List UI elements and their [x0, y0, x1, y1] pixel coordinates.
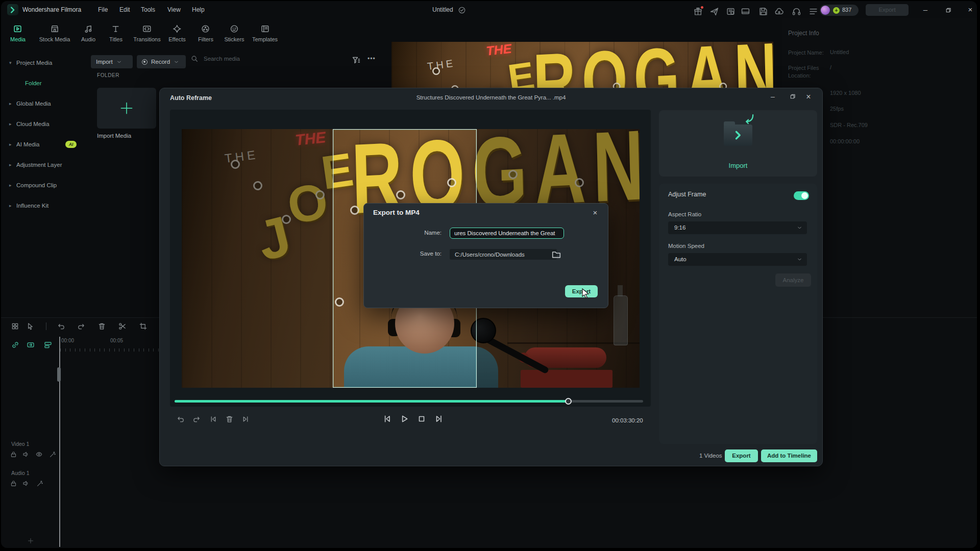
- import-media-tile[interactable]: [97, 88, 156, 129]
- tab-stickers[interactable]: Stickers: [224, 24, 244, 42]
- undo-icon[interactable]: [177, 415, 184, 423]
- preview-progress-handle[interactable]: [565, 398, 572, 405]
- account-pill[interactable]: + 837: [820, 5, 859, 16]
- cloud-upload-icon[interactable]: [775, 7, 783, 16]
- motion-speed-select[interactable]: Auto: [668, 253, 807, 266]
- sidebar-item-global-media[interactable]: ▸ Global Media: [1, 96, 84, 111]
- delete-icon[interactable]: [98, 322, 106, 330]
- close-button[interactable]: ×: [964, 5, 977, 15]
- save-path-input[interactable]: [450, 249, 557, 260]
- menu-help[interactable]: Help: [192, 6, 205, 13]
- adjust-frame-label: Adjust Frame: [668, 191, 706, 198]
- project-name-value: Untitled: [830, 49, 849, 55]
- magic-wand-icon[interactable]: [37, 480, 43, 487]
- ruler-time-0: 00:00: [61, 338, 74, 343]
- chevron-down-icon: ▾: [9, 55, 12, 70]
- previous-frame-icon[interactable]: [382, 414, 391, 423]
- redo-icon[interactable]: [78, 322, 85, 330]
- split-scissors-icon[interactable]: [118, 322, 126, 330]
- tab-titles[interactable]: Titles: [109, 24, 122, 42]
- ai-badge: AI: [65, 141, 77, 148]
- stop-icon[interactable]: [417, 414, 426, 423]
- dialog-minimize-button[interactable]: –: [766, 91, 779, 103]
- reframe-export-button[interactable]: Export: [725, 449, 758, 462]
- settings-card: Adjust Frame Aspect Ratio 9:16 Motion Sp…: [659, 184, 817, 444]
- tab-media[interactable]: Media: [10, 24, 26, 42]
- avatar[interactable]: [821, 6, 830, 15]
- crop-icon[interactable]: [139, 322, 147, 330]
- timeline-scrollbar-handle[interactable]: [57, 367, 61, 382]
- ruler-time-5: 00:05: [110, 338, 123, 343]
- filmora-logo-icon: [7, 4, 18, 15]
- menu-edit[interactable]: Edit: [119, 6, 130, 13]
- mute-icon[interactable]: [22, 480, 29, 487]
- import-media-label: Import Media: [97, 133, 131, 139]
- magic-wand-icon[interactable]: [50, 451, 56, 458]
- minimize-button[interactable]: –: [919, 5, 932, 15]
- import-label: Import: [659, 162, 817, 169]
- dialog-close-button[interactable]: ×: [802, 91, 815, 103]
- magnetic-link-icon[interactable]: [11, 341, 19, 349]
- save-icon[interactable]: [759, 7, 768, 16]
- export-name-input[interactable]: [450, 228, 564, 239]
- auto-ripple-icon[interactable]: [27, 341, 35, 349]
- dialog-maximize-button[interactable]: [790, 93, 796, 99]
- lock-icon[interactable]: [10, 451, 17, 458]
- tasks-icon[interactable]: [726, 7, 735, 16]
- filter-icon[interactable]: [352, 56, 360, 64]
- headset-icon[interactable]: [792, 7, 801, 16]
- sidebar-item-project-media[interactable]: ▾ Project Media: [1, 55, 84, 70]
- aspect-ratio-select[interactable]: 9:16: [668, 221, 807, 234]
- menu-tools[interactable]: Tools: [141, 6, 155, 13]
- select-cursor-icon[interactable]: [27, 322, 34, 330]
- display-icon[interactable]: [741, 7, 750, 16]
- menu-view[interactable]: View: [167, 6, 181, 13]
- list-icon[interactable]: [809, 7, 818, 16]
- tab-effects[interactable]: Effects: [168, 24, 185, 42]
- sidebar-item-influence-kit[interactable]: ▸ Influence Kit: [1, 198, 84, 213]
- import-dropdown[interactable]: Import: [91, 55, 133, 68]
- resolution-value: 980 x 551: [830, 90, 861, 96]
- sidebar-item-adjustment-layer[interactable]: ▸ Adjustment Layer: [1, 157, 84, 172]
- track-manager-icon[interactable]: [44, 341, 52, 349]
- record-dropdown[interactable]: Record: [137, 55, 186, 68]
- export-dialog-close-button[interactable]: ×: [590, 207, 601, 218]
- sidebar-item-cloud-media[interactable]: ▸ Cloud Media: [1, 116, 84, 132]
- go-to-end-icon[interactable]: [242, 415, 250, 423]
- eye-icon[interactable]: [36, 451, 42, 458]
- analyze-button-disabled[interactable]: Analyze: [775, 273, 811, 287]
- timeline-ruler-ticks[interactable]: [60, 348, 160, 352]
- sidebar-item-folder[interactable]: Folder: [1, 76, 84, 91]
- sidebar-item-ai-media[interactable]: ▸ AI Media AI: [1, 137, 84, 152]
- tab-transitions[interactable]: Transitions: [133, 24, 160, 42]
- delete-icon[interactable]: [226, 415, 233, 423]
- more-options-button[interactable]: •••: [368, 55, 376, 62]
- mute-icon[interactable]: [22, 451, 29, 458]
- lock-icon[interactable]: [10, 480, 17, 487]
- project-info-title: Project Info: [788, 30, 819, 37]
- tab-stock-media[interactable]: Stock Media: [39, 24, 70, 42]
- preview-progress-track[interactable]: [175, 400, 643, 403]
- add-to-timeline-button[interactable]: Add to Timeline: [761, 449, 817, 462]
- undo-icon[interactable]: [57, 322, 65, 330]
- send-icon[interactable]: [710, 7, 719, 16]
- import-card[interactable]: Import: [659, 110, 817, 177]
- crop-dim-left: [182, 129, 333, 388]
- redo-icon[interactable]: [193, 415, 201, 423]
- restore-button[interactable]: [945, 7, 951, 13]
- video-track-label: Video 1: [11, 441, 29, 447]
- add-track-icon[interactable]: [28, 538, 34, 544]
- adjust-frame-toggle[interactable]: [794, 191, 809, 200]
- sidebar-item-compound-clip[interactable]: ▸ Compound Clip: [1, 178, 84, 193]
- search-input[interactable]: [203, 55, 297, 62]
- next-frame-icon[interactable]: [434, 414, 444, 423]
- browse-folder-icon[interactable]: [552, 250, 561, 259]
- tab-templates[interactable]: Templates: [252, 24, 278, 42]
- tab-audio[interactable]: Audio: [81, 24, 95, 42]
- menu-file[interactable]: File: [98, 6, 108, 13]
- tab-filters[interactable]: Filters: [198, 24, 213, 42]
- go-to-start-icon[interactable]: [209, 415, 217, 423]
- play-icon[interactable]: [400, 414, 409, 423]
- toolbox-grid-icon[interactable]: [11, 322, 19, 330]
- export-button-disabled[interactable]: Export: [866, 4, 909, 16]
